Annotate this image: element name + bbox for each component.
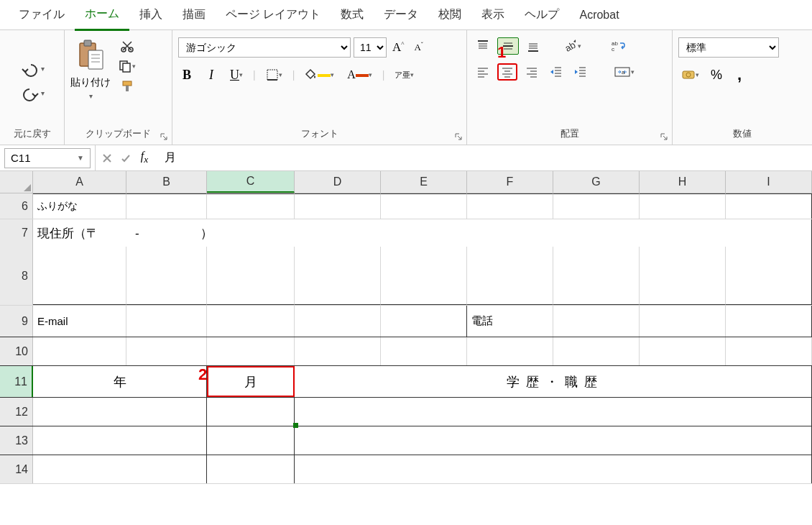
cell[interactable]: 学 歴 ・ 職 歴 [295, 366, 812, 397]
font-name-select[interactable]: 游ゴシック [178, 37, 351, 58]
cell[interactable]: ふりがな [33, 193, 126, 219]
accounting-format-button[interactable]: ▾ [678, 66, 702, 83]
redo-button[interactable]: ▾ [17, 83, 47, 104]
active-cell[interactable]: 月 [207, 366, 295, 397]
cell[interactable] [207, 455, 295, 483]
cell[interactable] [726, 337, 812, 365]
cell[interactable] [640, 247, 726, 305]
align-bottom-button[interactable] [523, 37, 543, 55]
enter-formula-button[interactable] [117, 150, 134, 167]
select-all-corner[interactable] [0, 171, 33, 193]
col-header[interactable]: F [467, 171, 553, 193]
cell[interactable] [33, 398, 207, 426]
row-header[interactable]: 10 [0, 337, 33, 365]
underline-button[interactable]: U▾ [227, 66, 246, 83]
cell[interactable] [381, 193, 467, 219]
undo-button[interactable]: ▾ [17, 58, 47, 80]
cell[interactable] [553, 306, 640, 337]
cell[interactable] [126, 247, 207, 305]
paste-button[interactable]: 貼り付け ▾ [70, 37, 111, 100]
bold-button[interactable]: B [178, 66, 195, 83]
copy-button[interactable]: ▾ [115, 58, 139, 75]
align-top-button[interactable] [473, 37, 493, 55]
decrease-font-button[interactable]: Aˇ [410, 39, 428, 56]
align-center-button[interactable] [497, 63, 517, 81]
cell[interactable] [126, 193, 207, 219]
increase-indent-button[interactable] [571, 63, 591, 81]
percent-button[interactable]: % [708, 66, 725, 83]
cell[interactable]: 年 [33, 366, 207, 397]
cell[interactable] [295, 337, 381, 365]
formula-input[interactable] [156, 148, 812, 168]
alignment-launcher-icon[interactable] [659, 132, 669, 142]
cell[interactable] [381, 306, 467, 337]
row-header[interactable]: 9 [0, 306, 33, 337]
wrap-text-button[interactable]: abc [607, 37, 629, 55]
cut-button[interactable] [117, 37, 137, 55]
row-header[interactable]: 12 [0, 398, 33, 426]
row-header[interactable]: 8 [0, 247, 33, 305]
format-painter-button[interactable] [117, 78, 137, 95]
merge-center-button[interactable]: a ▾ [611, 63, 637, 81]
cell[interactable] [295, 455, 812, 483]
cell[interactable] [295, 247, 381, 305]
cell[interactable] [381, 247, 467, 305]
col-header[interactable]: A [33, 171, 126, 193]
row-header[interactable]: 14 [0, 455, 33, 483]
cell[interactable] [467, 193, 553, 219]
cell[interactable] [467, 337, 553, 365]
cell[interactable] [726, 247, 812, 305]
insert-function-button[interactable]: fx [136, 150, 153, 167]
cell[interactable] [207, 337, 295, 365]
row-header[interactable]: 7 [0, 219, 33, 247]
tab-data[interactable]: データ [374, 0, 428, 29]
comma-button[interactable]: , [731, 66, 748, 83]
tab-acrobat[interactable]: Acrobat [569, 1, 629, 29]
row-header[interactable]: 13 [0, 426, 33, 455]
align-right-button[interactable] [522, 63, 542, 81]
cell[interactable] [207, 398, 295, 426]
cell[interactable]: E-mail [33, 306, 126, 337]
col-header[interactable]: I [726, 171, 812, 193]
borders-button[interactable]: ▾ [263, 66, 285, 83]
tab-review[interactable]: 校閲 [428, 0, 471, 29]
col-header[interactable]: H [640, 171, 726, 193]
fill-handle[interactable] [293, 423, 298, 428]
cell[interactable] [207, 426, 295, 455]
cell[interactable] [207, 247, 295, 305]
cell[interactable] [295, 193, 381, 219]
cell[interactable] [126, 306, 207, 337]
tab-view[interactable]: 表示 [471, 0, 515, 29]
cell[interactable]: 現住所（〒 - ） [33, 219, 812, 247]
col-header[interactable]: G [553, 171, 640, 193]
tab-formulas[interactable]: 数式 [331, 0, 374, 29]
row-header[interactable]: 11 [0, 366, 33, 397]
cell[interactable] [726, 306, 812, 337]
row-header[interactable]: 6 [0, 193, 33, 219]
tab-insert[interactable]: 挿入 [129, 0, 172, 29]
cancel-formula-button[interactable] [98, 150, 116, 167]
col-header[interactable]: E [381, 171, 467, 193]
col-header[interactable]: D [295, 171, 381, 193]
tab-help[interactable]: ヘルプ [515, 0, 569, 29]
cell[interactable] [726, 193, 812, 219]
col-header[interactable]: B [126, 171, 207, 193]
increase-font-button[interactable]: A^ [389, 39, 407, 56]
cell[interactable] [126, 337, 207, 365]
cell[interactable] [295, 306, 381, 337]
tab-draw[interactable]: 描画 [172, 0, 216, 29]
cell[interactable] [207, 193, 295, 219]
tab-file[interactable]: ファイル [9, 0, 75, 29]
italic-button[interactable]: I [203, 66, 220, 83]
clipboard-launcher-icon[interactable] [159, 132, 169, 142]
cell[interactable] [381, 337, 467, 365]
cell[interactable] [295, 398, 812, 426]
font-color-button[interactable]: A ▾ [344, 66, 375, 83]
cell[interactable] [640, 193, 726, 219]
cell[interactable] [553, 337, 640, 365]
cell[interactable] [553, 247, 640, 305]
decrease-indent-button[interactable] [546, 63, 566, 81]
fill-color-button[interactable]: ▾ [302, 66, 337, 83]
cell[interactable] [33, 247, 126, 305]
cell[interactable] [553, 193, 640, 219]
